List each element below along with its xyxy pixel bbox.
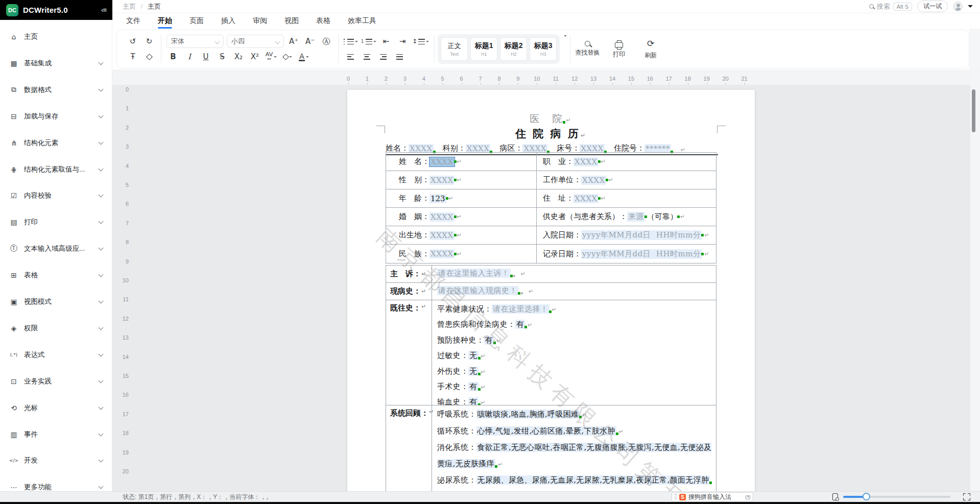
sidebar-item-load-save[interactable]: ⊟加载与保存 [0, 109, 112, 124]
zoom-slider[interactable] [843, 496, 950, 498]
field-value[interactable]: 来源 [627, 212, 645, 222]
line-field[interactable]: 无尿频、尿急、尿痛,无血尿,无尿脓,无乳糜尿,夜尿正常,颜面无浮肿 [476, 475, 710, 485]
strikethrough-button[interactable]: S [216, 51, 229, 63]
line-field[interactable]: 有 [515, 320, 525, 329]
menu-tab-home[interactable]: 开始 [151, 14, 179, 28]
style-h1[interactable]: 标题1H1 [470, 37, 497, 61]
field-value[interactable]: XXXX [429, 249, 455, 258]
highlight-color-button[interactable] [281, 51, 294, 63]
underline-button[interactable]: U [199, 51, 212, 63]
format-painter-button[interactable]: Ŧ [126, 51, 139, 63]
redo-button[interactable]: ↻ [142, 35, 156, 47]
align-left-button[interactable] [344, 51, 357, 63]
drag-handle-icon[interactable] [675, 494, 677, 500]
font-size-select[interactable]: 小四 [227, 35, 284, 48]
bold-button[interactable]: B [166, 51, 180, 63]
align-justify-button[interactable] [393, 51, 406, 63]
superscript-button[interactable]: X² [248, 51, 261, 63]
line-field[interactable]: 无 [468, 367, 478, 376]
menu-tab-page[interactable]: 页面 [183, 14, 210, 28]
field-value[interactable]: XXXX [581, 176, 606, 185]
char-spacing-button[interactable]: AV↔ [265, 51, 278, 63]
numbered-list-button[interactable]: 1 [361, 35, 376, 47]
vertical-scrollbar[interactable] [970, 69, 980, 491]
change-case-button[interactable]: Ⓐ [320, 35, 333, 47]
sidebar-item-print[interactable]: ▤打印 [0, 215, 112, 229]
line-field[interactable]: 心悸,气短,发绀,心前区痛,晕厥,下肢水肿 [476, 426, 616, 436]
sidebar-item-basic-integration[interactable]: ▦基础集成 [0, 56, 112, 70]
breadcrumb-root[interactable]: 主页 [123, 3, 136, 10]
field-value[interactable]: XXXX [429, 176, 455, 185]
menu-tab-view[interactable]: 视图 [278, 14, 305, 28]
ime-bar[interactable]: S 搜狗拼音输入法 [672, 492, 753, 502]
find-replace-button[interactable]: 查找替换 [571, 34, 603, 64]
align-right-button[interactable] [376, 51, 390, 63]
line-field[interactable]: 有 [484, 335, 494, 345]
bullet-list-button[interactable] [344, 35, 358, 47]
decrease-font-button[interactable]: A⁻ [303, 35, 317, 47]
scrollbar-thumb[interactable] [972, 89, 975, 132]
line-field[interactable]: 食欲正常,无恶心呕吐,吞咽正常,无腹痛腹胀,无腹泻,无便血,无便泌及黄疸,无皮肤… [437, 443, 711, 468]
menu-tab-insert[interactable]: 插入 [214, 14, 242, 28]
field-value[interactable]: yyyy年MM月dd日 HH时mm分 [581, 230, 702, 240]
font-color-button[interactable]: A [297, 51, 310, 63]
print-button[interactable]: 打印 [603, 34, 635, 64]
style-gallery-expand[interactable] [564, 34, 567, 64]
field-value[interactable]: XXXX [573, 157, 599, 166]
field-value[interactable]: XXXX [429, 157, 455, 166]
align-center-button[interactable] [360, 51, 373, 63]
menu-tab-review[interactable]: 审阅 [246, 14, 274, 28]
collapse-sidebar-icon[interactable]: ‹≡ [101, 6, 106, 14]
line-field[interactable]: 咳嗽咳痰,咯血,胸痛,呼吸困难 [476, 410, 580, 419]
italic-button[interactable]: I [183, 51, 196, 63]
line-field[interactable]: 有 [468, 382, 478, 391]
sidebar-item-permissions[interactable]: ◈权限 [0, 321, 112, 335]
sidebar-item-events[interactable]: ▥事件 [0, 427, 112, 442]
style-h3[interactable]: 标题3H3 [530, 37, 557, 61]
clear-format-eraser-button[interactable] [142, 51, 156, 63]
zoom-slider-thumb[interactable] [863, 493, 870, 500]
sidebar-item-business-practice[interactable]: ⊡业务实践 [0, 374, 112, 389]
field-value[interactable]: XXXX [429, 231, 455, 240]
menu-tab-table[interactable]: 表格 [309, 14, 337, 28]
field-value[interactable]: 123 [429, 194, 446, 203]
sidebar-item-data-format[interactable]: ⧉数据格式 [0, 83, 112, 97]
increase-font-button[interactable]: A⁺ [287, 35, 300, 47]
line-field[interactable]: 无 [468, 351, 478, 360]
field-value[interactable]: XXXX [573, 194, 599, 203]
style-h2[interactable]: 标题2H2 [500, 37, 527, 61]
sidebar-item-structured-element-values[interactable]: ⋕结构化元素取值与... [0, 162, 112, 177]
page-zoom-icon[interactable] [832, 493, 838, 500]
sidebar-item-text-input-advanced[interactable]: Ⓣ文本输入域高级应... [0, 242, 112, 256]
field-value[interactable]: XXXX [429, 212, 455, 222]
menu-tab-file[interactable]: 文件 [119, 14, 147, 28]
menu-tab-efficiency-tools[interactable]: 效率工具 [341, 14, 383, 28]
outdent-button[interactable]: ⇤ [379, 35, 393, 47]
global-search[interactable]: 搜索 Alt S [869, 2, 912, 11]
ime-toolbox-icon[interactable] [746, 495, 750, 499]
user-menu-caret-icon[interactable] [968, 5, 973, 10]
try-it-button[interactable]: 试一试 [917, 1, 948, 12]
sidebar-item-development[interactable]: </>开发 [0, 453, 112, 468]
line-spacing-button[interactable]: ↕ [412, 35, 429, 47]
font-family-select[interactable]: 宋体 [166, 35, 224, 48]
document-page[interactable]: 医 院 住 院 病 历 姓名：XXXX科别：XXXX病区：XXXX床号：XXXX… [347, 90, 755, 491]
sidebar-item-content-validation[interactable]: ☑内容校验 [0, 188, 112, 203]
indent-button[interactable]: ⇥ [396, 35, 409, 47]
field-value[interactable]: yyyy年MM月dd日 HH时mm分 [581, 249, 702, 259]
fullscreen-button[interactable] [963, 493, 970, 500]
style-normal[interactable]: 正文Text [441, 37, 468, 61]
line-field[interactable]: 请在这里输入现病史！ [437, 286, 518, 295]
sidebar-item-cursor[interactable]: ⟲光标 [0, 401, 112, 415]
sidebar-item-table[interactable]: ⊞表格 [0, 268, 112, 282]
sidebar-item-home[interactable]: ⌂主页 [0, 30, 112, 44]
line-field[interactable]: 请在这里选择！ [492, 304, 549, 314]
undo-button[interactable]: ↺ [126, 35, 139, 47]
line-field[interactable]: 请在这里输入主诉！ [437, 269, 511, 278]
user-avatar[interactable] [953, 2, 963, 11]
sidebar-item-view-mode[interactable]: ▣视图模式 [0, 295, 112, 309]
refresh-button[interactable]: ⟳ 刷新 [635, 34, 666, 64]
line-field[interactable]: 有 [468, 397, 478, 405]
subscript-button[interactable]: X₂ [232, 51, 245, 63]
sidebar-item-structured-elements[interactable]: ⋔结构化元素 [0, 136, 112, 150]
